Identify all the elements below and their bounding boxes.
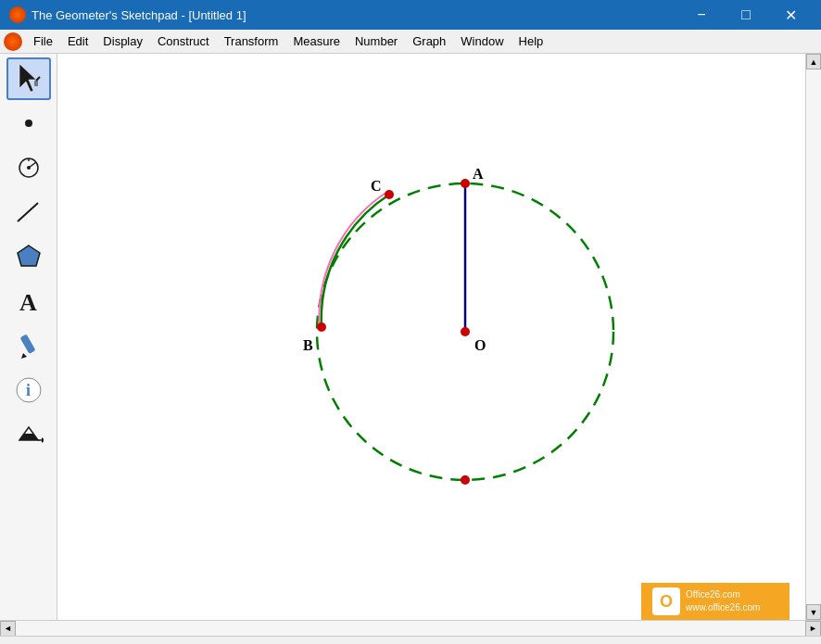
menu-help[interactable]: Help [512,32,551,50]
close-button[interactable]: ✕ [769,0,812,30]
svg-text:A: A [19,289,37,316]
svg-point-14 [17,378,41,402]
office-logo-text: O [660,592,673,612]
point-c[interactable] [385,190,394,199]
arc-bc-green [322,195,389,327]
scroll-down-button[interactable]: ▼ [806,604,821,620]
svg-line-8 [18,203,38,221]
svg-marker-1 [34,81,38,86]
app-icon [9,6,26,23]
canvas-area[interactable]: A O B C O Office26.com www.office26.com [57,54,805,620]
label-c: C [371,178,382,194]
point-tool[interactable] [6,102,51,145]
svg-rect-12 [19,335,35,354]
label-b: B [303,337,313,353]
menu-window[interactable]: Window [453,32,511,50]
maximize-button[interactable]: □ [725,0,767,30]
svg-text:i: i [26,381,31,399]
point-o[interactable] [461,327,470,336]
sketch-canvas: A O B C [57,54,805,620]
menu-display[interactable]: Display [95,32,150,50]
svg-marker-0 [19,64,36,92]
toolbar: A i [0,54,57,620]
menu-measure[interactable]: Measure [285,32,347,50]
watermark: O Office26.com www.office26.com [641,583,789,620]
scroll-right-button[interactable]: ► [805,621,821,637]
menu-bar: File Edit Display Construct Transform Me… [0,30,821,54]
scroll-track-right[interactable] [806,69,821,604]
select-tool[interactable] [6,57,51,100]
scroll-left-button[interactable]: ◄ [0,621,16,637]
svg-point-4 [19,158,38,177]
svg-point-3 [25,120,32,127]
scroll-up-button[interactable]: ▲ [806,54,821,69]
status-area: ◄ ► Click to begin scrolling the window [0,620,821,644]
marker-tool[interactable] [6,324,51,367]
point-b[interactable] [317,322,326,332]
svg-line-2 [36,77,40,81]
window-controls: − □ ✕ [680,0,812,30]
title-bar: The Geometer's Sketchpad - [Untitled 1] … [0,0,821,30]
menu-construct[interactable]: Construct [150,32,217,50]
scrollbar-right: ▲ ▼ [805,54,821,620]
svg-marker-19 [42,437,44,443]
app-menu-icon [4,32,22,51]
svg-marker-16 [19,427,38,440]
svg-line-7 [29,162,36,168]
svg-marker-17 [19,427,38,440]
compass-tool[interactable] [6,146,51,189]
main-layout: A i [0,54,821,620]
watermark-text: Office26.com www.office26.com [686,588,760,614]
label-o: O [474,337,486,353]
svg-marker-10 [18,246,40,266]
window-title: The Geometer's Sketchpad - [Untitled 1] [32,8,680,22]
label-a: A [473,166,484,182]
minimize-button[interactable]: − [680,0,723,30]
watermark-site: Office26.com [686,588,760,601]
svg-marker-13 [21,353,27,359]
status-bar: Click to begin scrolling the window [0,636,821,644]
point-a[interactable] [461,179,470,188]
watermark-url: www.office26.com [686,601,760,614]
scroll-track-bottom[interactable] [16,621,805,636]
menu-number[interactable]: Number [347,32,405,50]
menu-edit[interactable]: Edit [60,32,95,50]
bottom-scrollbar: ◄ ► [0,620,821,636]
polygon-tool[interactable] [6,235,51,278]
svg-point-6 [27,166,31,170]
menu-graph[interactable]: Graph [405,32,453,50]
info-tool[interactable]: i [6,369,51,411]
menu-transform[interactable]: Transform [217,32,286,50]
menu-file[interactable]: File [26,32,60,50]
custom-tool[interactable] [6,413,51,456]
text-tool[interactable]: A [6,280,51,322]
svg-marker-9 [36,201,40,205]
line-tool[interactable] [6,191,51,234]
point-bottom[interactable] [461,475,470,485]
